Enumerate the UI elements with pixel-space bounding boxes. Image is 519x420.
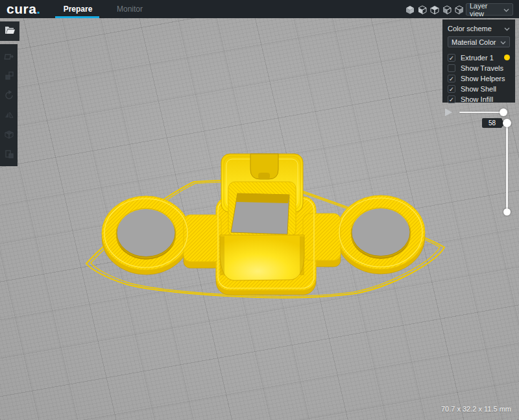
left-view-icon[interactable] (442, 5, 452, 14)
layer-slider-bottom-handle[interactable] (503, 208, 511, 216)
extruder-1-checkbox[interactable]: ✓ (448, 54, 455, 62)
extruder-1-color-swatch[interactable] (504, 55, 510, 60)
simulation-speed-handle[interactable] (500, 108, 507, 116)
show-shell-row: ✓ Show Shell (448, 84, 510, 93)
layer-number-value: 58 (489, 119, 496, 127)
simulation-speed-track[interactable] (459, 112, 505, 113)
show-shell-checkbox[interactable]: ✓ (448, 85, 455, 93)
chevron-down-icon (503, 6, 509, 14)
view-settings-panel: Color scheme Material Color ✓ Extruder 1… (442, 19, 515, 103)
play-button[interactable] (444, 108, 453, 117)
per-model-settings-button[interactable] (2, 127, 16, 142)
3d-view-icon[interactable] (405, 5, 415, 14)
color-scheme-value: Material Color (452, 38, 496, 46)
show-travels-checkbox[interactable] (448, 64, 455, 72)
show-shell-label: Show Shell (461, 85, 496, 93)
color-scheme-label: Color scheme (448, 25, 492, 32)
show-infill-row: ✓ Show Infill (448, 94, 510, 104)
cura-logo: cura. (6, 0, 41, 18)
view-mode-dropdown[interactable]: Layer view (466, 3, 513, 16)
show-helpers-row: ✓ Show Helpers (448, 73, 510, 83)
tool-strip (0, 44, 18, 166)
view-mode-value: Layer view (470, 2, 503, 18)
support-blocker-button[interactable] (2, 147, 16, 161)
layer-slider-top-handle[interactable] (503, 119, 511, 127)
chevron-down-icon (504, 25, 510, 32)
tab-monitor[interactable]: Monitor (117, 0, 143, 18)
model-dimensions-label: 70.7 x 32.2 x 11.5 mm (441, 405, 511, 413)
open-folder-icon (5, 25, 16, 37)
extruder-1-row: ✓ Extruder 1 (448, 53, 510, 62)
right-view-icon[interactable] (454, 5, 464, 14)
cura-window: cura. Prepare Monitor (0, 0, 519, 420)
color-scheme-select[interactable]: Material Color (448, 36, 510, 47)
mirror-tool-button[interactable] (2, 108, 16, 122)
open-file-button[interactable] (0, 21, 19, 41)
layer-view-options: ✓ Extruder 1 Show Travels ✓ Show Helpers… (448, 53, 510, 104)
show-infill-label: Show Infill (461, 95, 493, 103)
layer-number-tooltip: 58 (482, 118, 502, 128)
center-tower (220, 154, 304, 280)
sliced-model-preview[interactable] (0, 0, 519, 420)
move-tool-button[interactable] (2, 49, 16, 64)
active-tab-underline (55, 16, 99, 18)
show-infill-checkbox[interactable]: ✓ (448, 95, 455, 103)
color-scheme-header[interactable]: Color scheme (448, 24, 510, 33)
tab-prepare[interactable]: Prepare (62, 0, 94, 18)
show-travels-row: Show Travels (448, 63, 510, 73)
extruder-1-label: Extruder 1 (461, 54, 494, 62)
scale-tool-button[interactable] (2, 69, 16, 83)
show-helpers-label: Show Helpers (461, 75, 505, 82)
chevron-down-icon (500, 38, 506, 46)
layer-slider-track[interactable] (506, 123, 508, 212)
rotate-tool-button[interactable] (2, 88, 16, 103)
camera-view-buttons (405, 5, 464, 14)
top-bar: cura. Prepare Monitor (0, 0, 519, 18)
front-view-icon[interactable] (417, 5, 427, 14)
top-view-icon[interactable] (429, 5, 439, 14)
show-helpers-checkbox[interactable]: ✓ (448, 75, 455, 82)
show-travels-label: Show Travels (461, 64, 503, 72)
